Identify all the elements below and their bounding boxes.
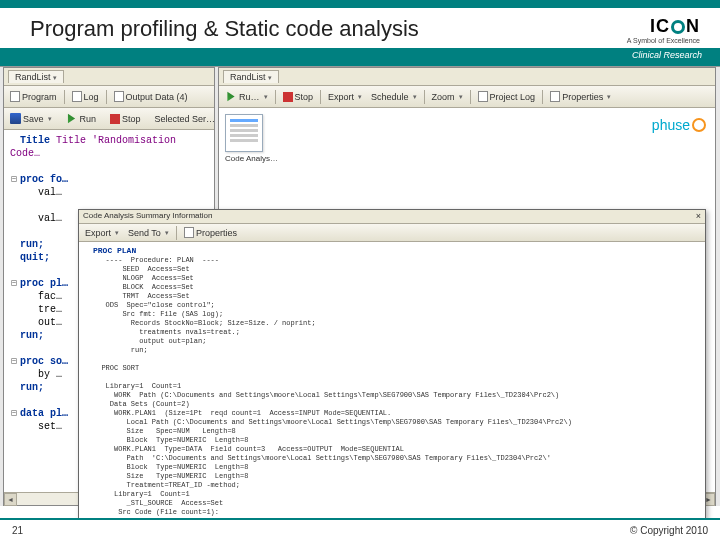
left-toolbar-2: Save▾ Run Stop Selected Ser…	[4, 108, 214, 130]
log-button[interactable]: Log	[69, 90, 102, 103]
popup-body[interactable]: PROC PLAN ---- Procedure: PLAN ---- SEED…	[79, 242, 705, 530]
run-button-right[interactable]: Ru…▾	[222, 90, 271, 104]
phuse-badge: phuse	[652, 117, 706, 133]
popup-section-header: PROC PLAN	[93, 246, 136, 255]
slide-title: Program profiling & Static code analysis	[30, 16, 419, 42]
icon-logo-tagline: A Symbol of Excellence	[627, 37, 700, 44]
output-icon	[114, 91, 124, 102]
code-line: ⊟proc fo…	[10, 173, 208, 186]
properties-button[interactable]: Properties▾	[547, 90, 614, 103]
popup-export-button[interactable]: Export▾	[82, 227, 122, 239]
save-icon	[10, 113, 21, 124]
brand-logo: ICN A Symbol of Excellence	[627, 16, 700, 44]
right-toolbar: Ru…▾ Stop Export▾ Schedule▾ Zoom▾ Projec…	[219, 86, 715, 108]
log-icon	[72, 91, 82, 102]
chevron-down-icon: ▾	[268, 74, 272, 81]
properties-icon	[184, 227, 194, 238]
popup-title-text: Code Analysis Summary Information	[83, 211, 212, 222]
phuse-ring-icon	[692, 118, 706, 132]
properties-icon	[550, 91, 560, 102]
run-icon	[66, 113, 78, 125]
stop-icon	[283, 92, 293, 102]
code-node-icon[interactable]	[225, 114, 263, 152]
popup-titlebar: Code Analysis Summary Information ×	[79, 210, 705, 224]
run-icon	[225, 91, 237, 103]
left-tab-row: RandList▾	[4, 68, 214, 86]
close-icon[interactable]: ×	[696, 211, 701, 222]
code-analysis-popup: Code Analysis Summary Information × Expo…	[78, 209, 706, 519]
page-number: 21	[12, 525, 23, 536]
projectlog-icon	[478, 91, 488, 102]
output-data-button[interactable]: Output Data (4)	[111, 90, 191, 103]
stop-button-left[interactable]: Stop	[107, 113, 144, 125]
tab-randlist-right[interactable]: RandList▾	[223, 70, 279, 83]
program-button[interactable]: Program	[7, 90, 60, 103]
project-log-button[interactable]: Project Log	[475, 90, 539, 103]
flow-canvas[interactable]: Code Analys…	[219, 114, 715, 163]
tab-randlist-left[interactable]: RandList▾	[8, 70, 64, 83]
chevron-down-icon: ▾	[53, 74, 57, 81]
run-button-left[interactable]: Run	[63, 112, 100, 126]
zoom-button[interactable]: Zoom▾	[429, 91, 466, 103]
teal-band: Clinical Research	[0, 48, 720, 66]
stop-button-right[interactable]: Stop	[280, 91, 317, 103]
left-toolbar-1: Program Log Output Data (4)	[4, 86, 214, 108]
popup-text: ---- Procedure: PLAN ---- SEED Access=Se…	[93, 256, 572, 525]
icon-logo-text: ICN	[627, 16, 700, 37]
page-icon	[10, 91, 20, 102]
schedule-button[interactable]: Schedule▾	[368, 91, 420, 103]
code-line: Title Title 'Randomisation Code…	[10, 134, 208, 160]
selected-button[interactable]: Selected Ser…	[152, 113, 214, 125]
workspace: RandList▾ Program Log Output Data (4) Sa…	[0, 66, 720, 506]
popup-properties-button[interactable]: Properties	[181, 226, 240, 239]
footer: 21 © Copyright 2010	[0, 518, 720, 540]
copyright: © Copyright 2010	[630, 525, 708, 536]
title-area: Program profiling & Static code analysis…	[0, 8, 720, 48]
clinical-research-label: Clinical Research	[632, 50, 702, 60]
save-button[interactable]: Save▾	[7, 112, 55, 125]
scroll-left-icon[interactable]: ◄	[4, 493, 17, 506]
stop-icon	[110, 114, 120, 124]
right-tab-row: RandList▾	[219, 68, 715, 86]
code-line: val…	[10, 186, 208, 199]
popup-sendto-button[interactable]: Send To▾	[125, 227, 172, 239]
code-node-label: Code Analys…	[219, 152, 715, 163]
header-accent	[0, 0, 720, 8]
export-button[interactable]: Export▾	[325, 91, 365, 103]
popup-toolbar: Export▾ Send To▾ Properties	[79, 224, 705, 242]
